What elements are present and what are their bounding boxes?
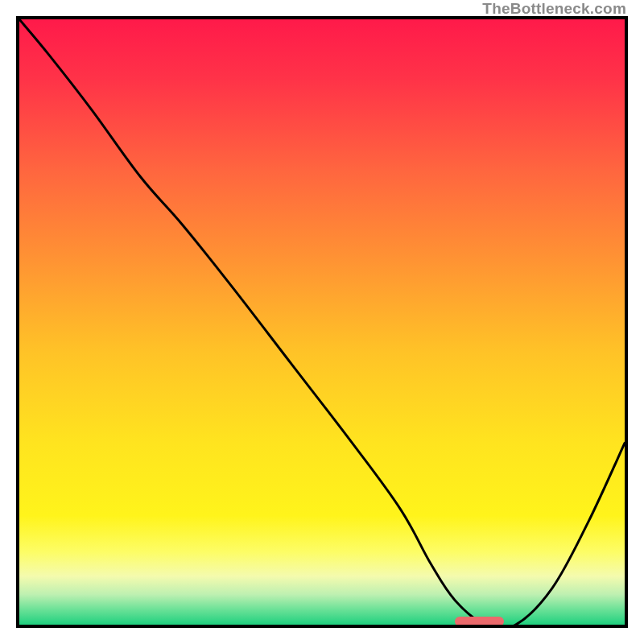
bottleneck-curve [19, 19, 625, 625]
optimal-marker [455, 617, 503, 626]
plot-area [16, 16, 628, 628]
watermark-text: TheBottleneck.com [482, 0, 626, 18]
bottleneck-chart: TheBottleneck.com [0, 0, 644, 644]
